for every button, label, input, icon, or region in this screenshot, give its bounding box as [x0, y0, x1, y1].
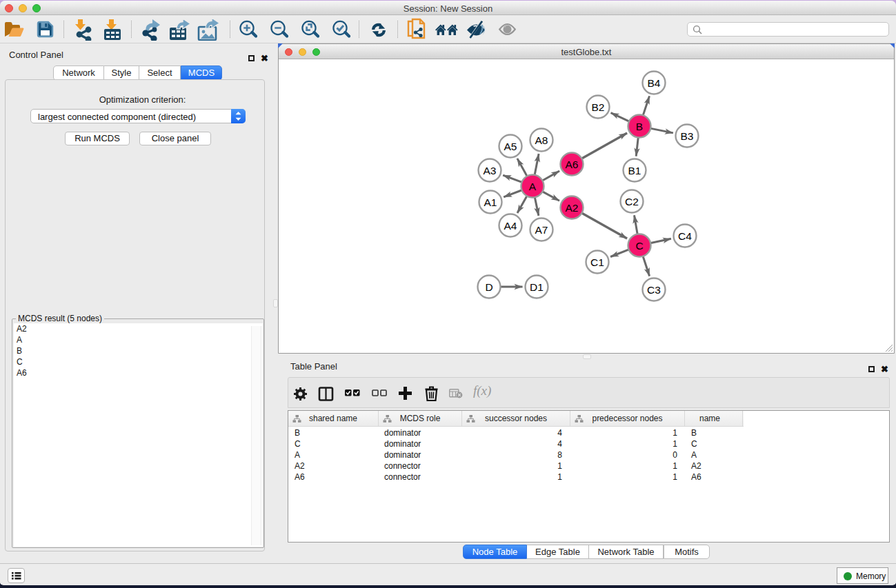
svg-text:A4: A4	[504, 220, 517, 232]
svg-text:D1: D1	[530, 281, 544, 293]
svg-text:C: C	[635, 240, 643, 252]
svg-text:C4: C4	[678, 230, 692, 242]
svg-text:B3: B3	[681, 130, 694, 142]
svg-text:D: D	[485, 281, 492, 293]
svg-text:A1: A1	[484, 196, 497, 208]
svg-text:A7: A7	[535, 224, 548, 236]
svg-text:C2: C2	[625, 196, 639, 207]
svg-text:A2: A2	[566, 202, 579, 214]
svg-text:B4: B4	[648, 77, 661, 89]
svg-text:B1: B1	[628, 165, 641, 176]
svg-text:B: B	[636, 121, 643, 132]
svg-text:A6: A6	[566, 159, 579, 170]
svg-text:C3: C3	[647, 284, 661, 296]
svg-text:A5: A5	[504, 141, 517, 152]
svg-text:A: A	[529, 181, 537, 192]
svg-text:A8: A8	[535, 134, 548, 146]
svg-text:C1: C1	[590, 256, 604, 268]
svg-text:A3: A3	[484, 165, 497, 176]
svg-text:B2: B2	[592, 101, 605, 113]
